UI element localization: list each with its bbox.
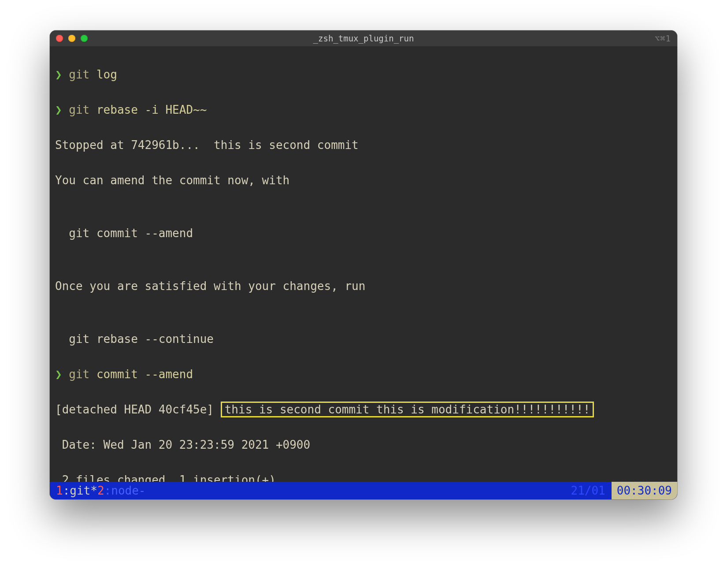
tmux-window-index: 2 — [97, 484, 104, 497]
close-icon[interactable] — [56, 35, 63, 42]
output-line: You can amend the commit now, with — [50, 171, 677, 189]
titlebar: _zsh_tmux_plugin_run ⌥⌘1 — [50, 30, 677, 46]
window-title: _zsh_tmux_plugin_run — [50, 33, 677, 43]
cmd-text: log — [89, 68, 117, 81]
output-line: git rebase --continue — [50, 330, 677, 348]
cmd-git: git — [69, 68, 89, 81]
pane-indicator: ⌥⌘1 — [655, 33, 671, 43]
line-git-rebase: ❯ git rebase -i HEAD~~ — [50, 101, 677, 119]
cmd-git: git — [69, 103, 89, 116]
line-git-log: ❯ git log — [50, 66, 677, 83]
cmd-git: git — [69, 368, 89, 381]
output-line: git commit --amend — [50, 224, 677, 242]
output-amend-result: [detached HEAD 40cf45e] this is second c… — [50, 401, 677, 418]
minimize-icon[interactable] — [68, 35, 75, 42]
prompt-icon: ❯ — [55, 368, 62, 381]
tmux-status-bar: 1:git* 2:node- 21/01 00:30:09 — [50, 482, 677, 499]
output-line: Once you are satisfied with your changes… — [50, 277, 677, 295]
prompt-icon: ❯ — [55, 103, 62, 116]
terminal-window: _zsh_tmux_plugin_run ⌥⌘1 ❯ git log ❯ git… — [50, 30, 677, 499]
terminal-body[interactable]: ❯ git log ❯ git rebase -i HEAD~~ Stopped… — [50, 46, 677, 482]
output-line: 2 files changed, 1 insertion(+) — [50, 471, 677, 482]
line-git-amend: ❯ git commit --amend — [50, 365, 677, 383]
prompt-icon: ❯ — [55, 68, 62, 81]
detached-head-text: [detached HEAD 40cf45e] — [55, 403, 221, 416]
cmd-text: commit --amend — [89, 368, 193, 381]
highlight-box: this is second commit this is modificati… — [221, 402, 594, 417]
tmux-window-2[interactable]: 2:node- — [97, 484, 146, 497]
cmd-text: rebase -i HEAD~~ — [89, 103, 207, 116]
tmux-date: 21/01 — [571, 484, 605, 497]
output-line: Stopped at 742961b... this is second com… — [50, 136, 677, 154]
tmux-window-name: :node- — [104, 484, 146, 497]
output-line: Date: Wed Jan 20 23:23:59 2021 +0900 — [50, 436, 677, 454]
tmux-window-index: 1 — [56, 484, 63, 497]
tmux-time: 00:30:09 — [612, 482, 677, 499]
tmux-window-1[interactable]: 1:git* — [56, 484, 97, 497]
window-controls — [56, 35, 88, 42]
zoom-icon[interactable] — [81, 35, 88, 42]
tmux-window-name: :git* — [63, 484, 97, 497]
